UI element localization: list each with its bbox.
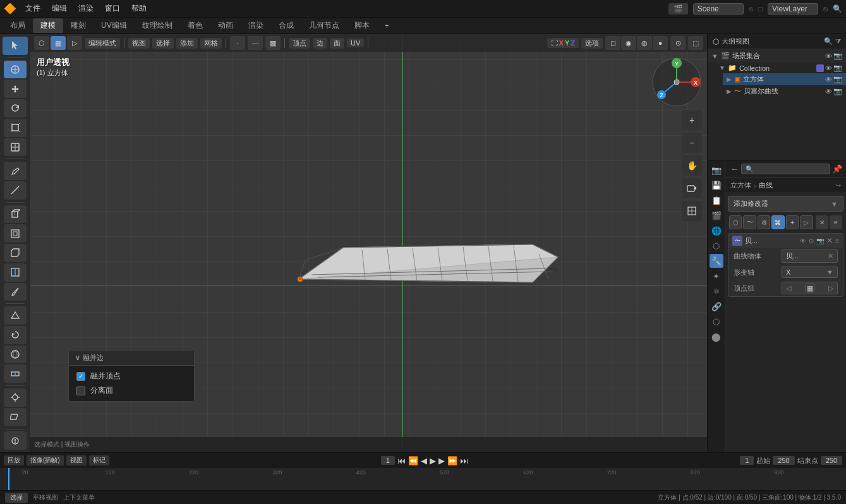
- tool-edge-slide[interactable]: [4, 364, 27, 383]
- curve-object-value[interactable]: 贝... ✕: [782, 249, 838, 263]
- tool-annotate[interactable]: [4, 162, 27, 180]
- mesh-menu[interactable]: 网格: [200, 38, 222, 49]
- tab-modeling[interactable]: 建模: [33, 18, 63, 33]
- cube-row[interactable]: ▶ ▣ 立方体 👁 📷: [723, 73, 846, 85]
- mod-type-physics[interactable]: ✦: [786, 215, 799, 229]
- menu-edit[interactable]: 编辑: [47, 2, 72, 15]
- tab-add[interactable]: +: [377, 20, 397, 32]
- menu-help[interactable]: 帮助: [126, 2, 152, 15]
- outliner-filter-icon[interactable]: ⧩: [835, 37, 841, 45]
- vertex-menu[interactable]: 顶点: [289, 38, 310, 49]
- vertex-group-value[interactable]: ◁ ▦ ▷: [782, 282, 838, 294]
- tab-shading[interactable]: 着色: [180, 18, 210, 33]
- viewport-3d[interactable]: ⬡ ▦ ▷ 编辑模式 视图 选择 添加 网格 · — ▩ 顶点 边 面 UV ⛶: [30, 34, 707, 452]
- shading-render[interactable]: ●: [653, 36, 668, 50]
- zoom-out-btn[interactable]: −: [682, 133, 702, 153]
- deform-axis-value[interactable]: X ▼: [782, 267, 838, 278]
- viewport-icon-2[interactable]: ▦: [51, 36, 66, 50]
- play-next-frame[interactable]: ⏩: [447, 456, 457, 465]
- view-btn[interactable]: 视图: [66, 455, 87, 465]
- play-jump-start[interactable]: ⏮: [397, 456, 406, 465]
- tab-texture-paint[interactable]: 纹理绘制: [135, 18, 180, 33]
- tool-knife[interactable]: [4, 283, 27, 301]
- frame-end-number[interactable]: 250: [821, 456, 842, 465]
- face-select[interactable]: ▩: [265, 36, 281, 50]
- status-select-btn[interactable]: 选择: [5, 493, 28, 503]
- collection-vis-render[interactable]: 📷: [833, 64, 842, 72]
- tool-spin[interactable]: [4, 326, 27, 344]
- vertex-group-icon-right[interactable]: ▷: [828, 284, 833, 292]
- tool-measure[interactable]: [4, 181, 27, 200]
- modifier-close-btn[interactable]: ✕: [826, 236, 833, 245]
- tab-sculpt[interactable]: 雕刻: [63, 18, 94, 33]
- tool-add-cube[interactable]: [4, 205, 27, 224]
- frame-current[interactable]: 1: [381, 456, 395, 465]
- outliner-search-icon[interactable]: 🔍: [824, 37, 833, 45]
- playback-btn[interactable]: 回放: [4, 455, 24, 465]
- scene-vis-eye[interactable]: 👁: [825, 52, 832, 60]
- tool-smooth[interactable]: [4, 345, 27, 364]
- camera-btn[interactable]: [682, 178, 702, 198]
- props-data-icon[interactable]: ⬡: [710, 315, 723, 328]
- vertex-select[interactable]: ·: [230, 36, 245, 50]
- mod-type-other[interactable]: ▷: [800, 215, 813, 229]
- curve-value-clear[interactable]: ✕: [828, 252, 833, 260]
- play-prev[interactable]: ◀: [421, 456, 427, 465]
- mod-type-generate[interactable]: ⬡: [729, 215, 742, 229]
- props-scene-icon[interactable]: 🎬: [710, 208, 723, 222]
- modifier-vis-3[interactable]: 📷: [816, 237, 824, 244]
- axis-nav-widget[interactable]: Y X Z: [651, 57, 702, 107]
- viewport-icon-1[interactable]: ⬡: [34, 36, 49, 50]
- cube-expand[interactable]: ▶: [727, 76, 732, 83]
- breadcrumb-part2[interactable]: 曲线: [759, 181, 773, 190]
- tool-scale[interactable]: [4, 119, 27, 137]
- merge-vertices-checkbox[interactable]: ✓: [76, 372, 85, 381]
- shading-solid[interactable]: ◉: [621, 36, 636, 50]
- uv-menu[interactable]: UV: [347, 39, 364, 47]
- bezier-row[interactable]: ▶ 〜 贝塞尔曲线 👁 📷: [723, 85, 846, 97]
- tool-move[interactable]: [4, 80, 27, 98]
- play-prev-frame[interactable]: ⏪: [408, 456, 418, 465]
- menu-window[interactable]: 窗口: [100, 2, 125, 15]
- frame-start-val[interactable]: 1: [740, 456, 754, 465]
- edge-select[interactable]: —: [248, 36, 263, 50]
- edge-menu[interactable]: 边: [313, 38, 327, 49]
- play-pause[interactable]: ▶: [430, 456, 436, 465]
- tool-shear[interactable]: [4, 408, 27, 426]
- mod-close-all[interactable]: ✕: [816, 215, 828, 229]
- tab-layout[interactable]: 布局: [3, 18, 33, 33]
- tab-scripting[interactable]: 脚本: [347, 18, 377, 33]
- modifier-vis-1[interactable]: 👁: [800, 237, 806, 244]
- keying-btn[interactable]: 抠像(插帧): [27, 455, 64, 465]
- bezier-vis-eye[interactable]: 👁: [825, 88, 832, 95]
- overlay-btn[interactable]: ⊙: [670, 36, 686, 50]
- cube-vis-render[interactable]: 📷: [833, 75, 842, 83]
- timeline-content[interactable]: 20 120 220 320 420 520 620 720 820 920: [0, 468, 846, 490]
- bezier-expand[interactable]: ▶: [727, 88, 732, 95]
- tool-bevel[interactable]: [4, 244, 27, 262]
- props-nav-back[interactable]: ←: [729, 162, 740, 177]
- tool-select[interactable]: [3, 37, 28, 55]
- props-pin[interactable]: 📌: [831, 162, 842, 177]
- playhead[interactable]: [8, 468, 9, 490]
- scene-vis-render[interactable]: 📷: [833, 52, 842, 60]
- modifier-card-menu[interactable]: ≡: [835, 237, 839, 244]
- select-menu[interactable]: 选择: [152, 38, 174, 49]
- breadcrumb-part1[interactable]: 立方体: [730, 181, 751, 190]
- tab-render[interactable]: 渲染: [241, 18, 271, 33]
- tab-animation[interactable]: 动画: [210, 18, 241, 33]
- options-btn[interactable]: 选项: [581, 38, 603, 49]
- merge-popup-collapse[interactable]: ∨: [75, 354, 80, 362]
- mod-type-active[interactable]: ⌘: [771, 215, 784, 229]
- props-viewlayer-icon[interactable]: 📋: [710, 193, 723, 207]
- viewport-icon-3[interactable]: ▷: [67, 36, 82, 50]
- props-physics-icon[interactable]: ⚛: [710, 284, 723, 298]
- properties-search[interactable]: [741, 164, 830, 174]
- collection-vis-eye[interactable]: 👁: [825, 64, 832, 72]
- xray-btn[interactable]: ⬚: [688, 36, 703, 50]
- tool-loop-cut[interactable]: [4, 263, 27, 282]
- modifier-vis-2[interactable]: ⊙: [809, 237, 814, 244]
- scene-expand-icon[interactable]: ▼: [711, 52, 718, 60]
- vertex-group-icon-left[interactable]: ◁: [786, 284, 791, 292]
- tab-uv-edit[interactable]: UV编辑: [94, 18, 135, 33]
